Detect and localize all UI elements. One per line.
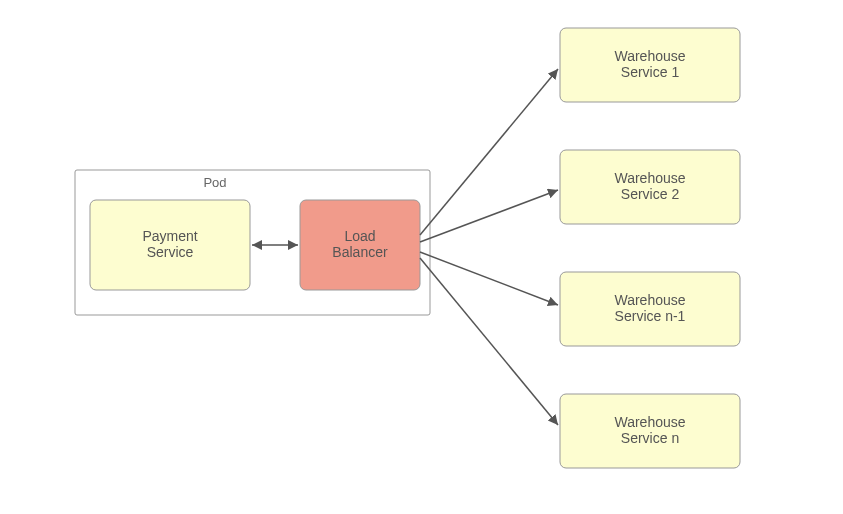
- warehouse-n-1-label: WarehouseService n-1: [614, 292, 685, 324]
- payment-service-label: PaymentService: [142, 228, 197, 260]
- warehouse-1-label: WarehouseService 1: [614, 48, 685, 80]
- edge-lb-wh1: [420, 69, 558, 235]
- warehouse-2-label: WarehouseService 2: [614, 170, 685, 202]
- edge-lb-whn: [420, 258, 558, 425]
- warehouse-n-label: WarehouseService n: [614, 414, 685, 446]
- edge-lb-whn1: [420, 252, 558, 305]
- edge-lb-wh2: [420, 190, 558, 242]
- architecture-diagram: Pod PaymentService LoadBalancer Warehous…: [0, 0, 843, 514]
- pod-label: Pod: [203, 175, 226, 190]
